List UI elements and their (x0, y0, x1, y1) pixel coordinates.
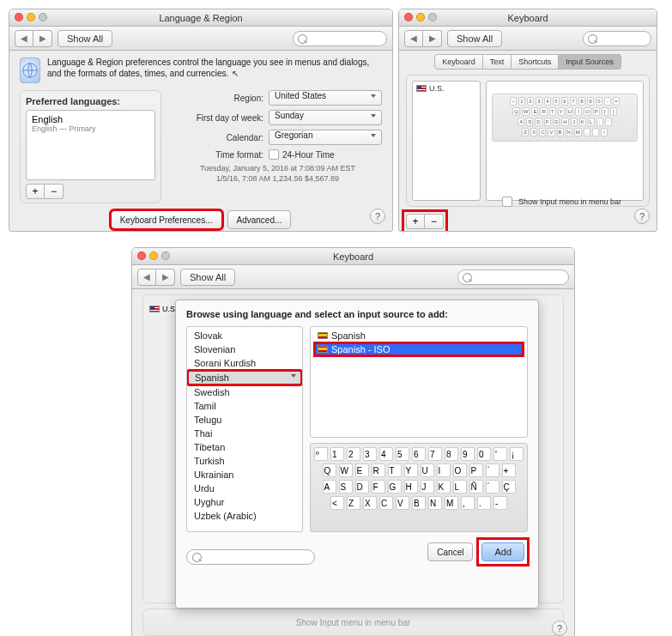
keyboard-preferences-button[interactable]: Keyboard Preferences... (111, 210, 222, 229)
add-source-button[interactable]: + (406, 214, 425, 229)
minimize-icon[interactable] (27, 13, 35, 21)
first-day-of-week-select[interactable]: Sunday (269, 110, 382, 125)
list-item[interactable]: Telugu (187, 413, 302, 427)
24hour-label: 24-Hour Time (282, 150, 335, 160)
search-input[interactable] (457, 270, 569, 285)
close-icon[interactable] (15, 13, 23, 21)
forward-button[interactable]: ▶ (156, 269, 175, 286)
show-input-menu-row[interactable]: Show Input menu in menu bar (502, 197, 621, 207)
zoom-icon[interactable] (39, 13, 47, 21)
region-select[interactable]: United States (269, 90, 382, 106)
tab-bar[interactable]: Keyboard Text Shortcuts Input Sources (399, 54, 657, 70)
list-item[interactable]: English (32, 114, 149, 124)
toolbar: ◀ ▶ Show All (399, 27, 657, 51)
list-item[interactable]: Turkish (187, 454, 302, 468)
input-source-options-list[interactable]: SpanishSpanish - ISO (310, 326, 528, 438)
list-item[interactable]: Thai (187, 427, 302, 440)
background-source-item: U.S. (149, 305, 178, 313)
back-button[interactable]: ◀ (137, 269, 156, 286)
search-input[interactable] (583, 31, 651, 46)
show-all-button[interactable]: Show All (58, 30, 112, 47)
list-item[interactable]: Spanish - ISO (314, 342, 524, 356)
toolbar: ◀ ▶ Show All (9, 27, 392, 51)
minimize-icon[interactable] (149, 251, 158, 260)
show-input-menu-checkbox[interactable] (502, 197, 512, 207)
close-icon[interactable] (404, 13, 413, 21)
keyboard-preview: ~1234567890-=QWERTYUIOP[]ASDFGHJKL;'ZXCV… (486, 81, 644, 201)
nav-segment[interactable]: ◀ ▶ (404, 30, 442, 47)
add-remove-segment[interactable]: + − (406, 214, 444, 229)
cursor-icon: ↖ (232, 69, 239, 80)
zoom-icon[interactable] (428, 13, 437, 21)
nav-segment[interactable]: ◀ ▶ (15, 30, 52, 47)
flag-us-icon (416, 85, 427, 92)
titlebar[interactable]: Keyboard (399, 9, 657, 27)
advanced-button[interactable]: Advanced... (227, 210, 292, 229)
tab-shortcuts[interactable]: Shortcuts (512, 54, 559, 70)
sheet-prompt: Browse using language and select an inpu… (186, 309, 528, 319)
remove-source-button[interactable]: − (425, 214, 444, 229)
list-item[interactable]: Uzbek (Arabic) (187, 509, 302, 523)
list-item[interactable]: Ukrainian (187, 468, 302, 482)
input-sources-panel: U.S. ~1234567890-=QWERTYUIOP[]ASDFGHJKL;… (406, 75, 650, 207)
cancel-button[interactable]: Cancel (427, 542, 473, 561)
forward-button[interactable]: ▶ (33, 30, 52, 47)
tab-keyboard[interactable]: Keyboard (434, 54, 483, 70)
show-all-button[interactable]: Show All (447, 30, 502, 47)
back-button[interactable]: ◀ (404, 30, 423, 47)
intro-text-span: Language & Region preferences control th… (47, 58, 369, 78)
input-source-list[interactable]: U.S. (412, 81, 481, 201)
preferred-languages-group: Preferred languages: English English — P… (20, 90, 161, 203)
show-all-button[interactable]: Show All (180, 269, 235, 286)
24hour-checkbox[interactable] (269, 149, 279, 160)
help-button[interactable]: ? (634, 209, 650, 224)
toolbar: ◀ ▶ Show All (132, 265, 574, 289)
tab-text[interactable]: Text (483, 54, 512, 70)
list-item[interactable]: Tamil (187, 399, 302, 413)
forward-button[interactable]: ▶ (423, 30, 442, 47)
time-format-label: Time format: (173, 150, 263, 160)
preferred-languages-list[interactable]: English English — Primary (26, 110, 155, 180)
add-language-button[interactable]: + (26, 184, 45, 199)
list-item[interactable]: U.S. (416, 84, 476, 93)
titlebar[interactable]: Language & Region (9, 9, 392, 27)
list-item[interactable]: Uyghur (187, 495, 302, 509)
list-item[interactable]: Spanish (187, 370, 302, 385)
list-item[interactable]: Slovak (187, 329, 302, 342)
window-title: Language & Region (159, 13, 242, 23)
keyboard-window-sheet: Keyboard ◀ ▶ Show All U.S. Show Input me… (131, 247, 575, 636)
minimize-icon[interactable] (416, 13, 425, 21)
list-item[interactable]: Swedish (187, 385, 302, 399)
back-button[interactable]: ◀ (15, 30, 33, 47)
intro-text: Language & Region preferences control th… (47, 58, 382, 83)
first-day-of-week-label: First day of week: (173, 113, 263, 123)
list-item[interactable]: Urdu (187, 482, 302, 495)
search-input[interactable] (186, 549, 315, 565)
help-button[interactable]: ? (370, 209, 385, 224)
source-label: U.S. (429, 84, 445, 93)
titlebar[interactable]: Keyboard (132, 248, 574, 265)
window-controls[interactable] (15, 13, 47, 21)
list-item[interactable]: Tibetan (187, 440, 302, 454)
language-list[interactable]: SlovakSlovenianSorani KurdishSpanishSwed… (186, 326, 303, 532)
keyboard-preview: º1234567890'¡QWERTYUIOP`+ASDFGHJKLÑ´Ç<ZX… (310, 443, 528, 532)
help-button[interactable]: ? (552, 621, 567, 636)
list-item[interactable]: Slovenian (187, 342, 302, 356)
search-input[interactable] (293, 31, 387, 46)
add-remove-segment[interactable]: + − (26, 184, 64, 199)
language-region-window: Language & Region ◀ ▶ Show All Language … (9, 9, 393, 232)
nav-segment[interactable]: ◀ ▶ (137, 269, 175, 286)
add-input-source-sheet: Browse using language and select an inpu… (175, 300, 539, 609)
list-item[interactable]: Spanish (314, 329, 524, 342)
window-title: Keyboard (507, 13, 548, 23)
tab-input-sources[interactable]: Input Sources (559, 54, 621, 70)
window-controls[interactable] (137, 251, 170, 260)
list-item-sub: English — Primary (32, 124, 149, 133)
window-controls[interactable] (404, 13, 437, 21)
close-icon[interactable] (137, 251, 146, 260)
remove-language-button[interactable]: − (45, 184, 64, 199)
list-item[interactable]: Sorani Kurdish (187, 356, 302, 370)
add-button[interactable]: Add (481, 542, 524, 561)
calendar-select[interactable]: Gregorian (269, 130, 382, 145)
zoom-icon[interactable] (161, 251, 170, 260)
